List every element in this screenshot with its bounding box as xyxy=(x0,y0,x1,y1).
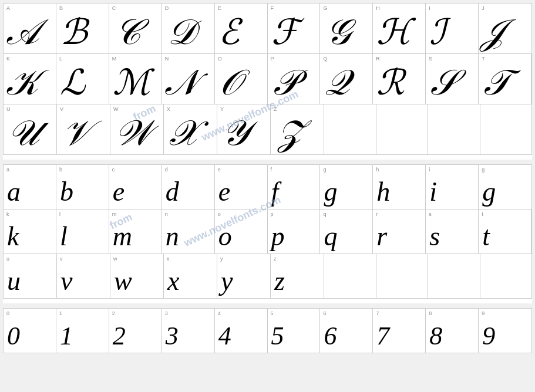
cell-p: p p xyxy=(268,209,321,254)
cell-q: q q xyxy=(320,209,373,254)
cell-R: R ℛ xyxy=(373,54,426,104)
lowercase-row-2: k k l l m m n n o o xyxy=(4,209,531,254)
cell-j: g g xyxy=(479,165,531,209)
cell-o: o o xyxy=(215,209,268,254)
cell-f: f f xyxy=(268,165,321,209)
cell-c: c e xyxy=(109,165,162,209)
cell-v: v v xyxy=(57,254,110,298)
cell-0: 0 0 xyxy=(4,309,56,353)
cell-t: t t xyxy=(479,209,531,254)
cell-z: z z xyxy=(271,254,324,298)
cell-U: U 𝒰 xyxy=(4,104,57,154)
cell-3: 3 3 xyxy=(162,309,215,353)
cell-E: E ℰ xyxy=(215,4,268,53)
cell-V: V 𝒱 xyxy=(57,104,110,154)
gap-2 xyxy=(3,303,532,308)
cell-lower-empty-4 xyxy=(480,254,532,298)
gap-1 xyxy=(3,160,532,164)
page-wrapper: A 𝒜 B ℬ C 𝒞 D 𝒟 E ℰ xyxy=(0,0,535,392)
cell-C: C 𝒞 xyxy=(109,4,162,53)
uppercase-row-3: U 𝒰 V 𝒱 W 𝒲 X 𝒳 Y 𝒴 xyxy=(4,104,531,154)
cell-W: W 𝒲 xyxy=(110,104,164,154)
cell-r: r r xyxy=(373,209,426,254)
cell-4: 4 4 xyxy=(215,309,268,353)
cell-lower-empty-1 xyxy=(324,254,376,298)
cell-empty-2 xyxy=(376,104,429,154)
cell-s: s s xyxy=(426,209,479,254)
cell-y: y y xyxy=(217,254,271,298)
cell-L: L ℒ xyxy=(56,54,109,104)
cell-Q: Q 𝒬 xyxy=(320,54,373,104)
cell-lower-empty-2 xyxy=(376,254,429,298)
numbers-row-1: 0 0 1 1 2 2 3 3 4 4 xyxy=(4,309,531,353)
numbers-section: 0 0 1 1 2 2 3 3 4 4 xyxy=(3,308,532,353)
cell-D: D 𝒟 xyxy=(162,4,215,53)
cell-A: A 𝒜 xyxy=(4,4,56,53)
cell-b: b b xyxy=(56,165,109,209)
cell-K: K 𝒦 xyxy=(4,54,56,104)
cell-G: G 𝒢 xyxy=(320,4,373,53)
uppercase-row-2: K 𝒦 L ℒ M ℳ N 𝒩 O 𝒪 xyxy=(4,54,531,104)
cell-H: H ℋ xyxy=(373,4,426,53)
cell-Y: Y 𝒴 xyxy=(217,104,271,154)
cell-Z: Z 𝒵 xyxy=(271,104,324,154)
cell-lower-empty-3 xyxy=(428,254,480,298)
uppercase-row-1: A 𝒜 B ℬ C 𝒞 D 𝒟 E ℰ xyxy=(4,4,531,54)
sections-wrapper: A 𝒜 B ℬ C 𝒞 D 𝒟 E ℰ xyxy=(3,3,532,353)
cell-6: 6 6 xyxy=(320,309,373,353)
cell-S: S 𝒮 xyxy=(426,54,479,104)
cell-7: 7 7 xyxy=(373,309,426,353)
cell-a: a a xyxy=(4,165,56,209)
cell-w: w w xyxy=(110,254,164,298)
lowercase-section: a a b b c e d d e e xyxy=(3,164,532,299)
cell-N: N 𝒩 xyxy=(162,54,215,104)
cell-T: T 𝒯 xyxy=(479,54,531,104)
cell-empty-1 xyxy=(324,104,376,154)
lowercase-row-3: u u v v w w x x y y xyxy=(4,254,531,298)
cell-O: O 𝒪 xyxy=(215,54,268,104)
cell-2: 2 2 xyxy=(109,309,162,353)
cell-5: 5 5 xyxy=(268,309,321,353)
cell-e: e e xyxy=(215,165,268,209)
cell-J: J 𝒥 xyxy=(479,4,531,53)
cell-m: m m xyxy=(109,209,162,254)
cell-n: n n xyxy=(162,209,215,254)
uppercase-section: A 𝒜 B ℬ C 𝒞 D 𝒟 E ℰ xyxy=(3,3,532,155)
cell-B: B ℬ xyxy=(56,4,109,53)
cell-empty-3 xyxy=(428,104,480,154)
cell-I: I ℐ xyxy=(426,4,479,53)
cell-k: k k xyxy=(4,209,56,254)
cell-x: x x xyxy=(164,254,217,298)
cell-P: P 𝒫 xyxy=(268,54,321,104)
cell-X: X 𝒳 xyxy=(164,104,217,154)
cell-F: F ℱ xyxy=(268,4,321,53)
cell-d: d d xyxy=(162,165,215,209)
cell-h: h h xyxy=(373,165,426,209)
cell-i: i i xyxy=(426,165,479,209)
cell-1: 1 1 xyxy=(56,309,109,353)
cell-8: 8 8 xyxy=(426,309,479,353)
lowercase-row-1: a a b b c e d d e e xyxy=(4,165,531,209)
cell-l: l l xyxy=(56,209,109,254)
cell-9: 9 9 xyxy=(479,309,531,353)
cell-g: g g xyxy=(320,165,373,209)
cell-u: u u xyxy=(4,254,57,298)
cell-empty-4 xyxy=(480,104,532,154)
cell-M: M ℳ xyxy=(109,54,162,104)
